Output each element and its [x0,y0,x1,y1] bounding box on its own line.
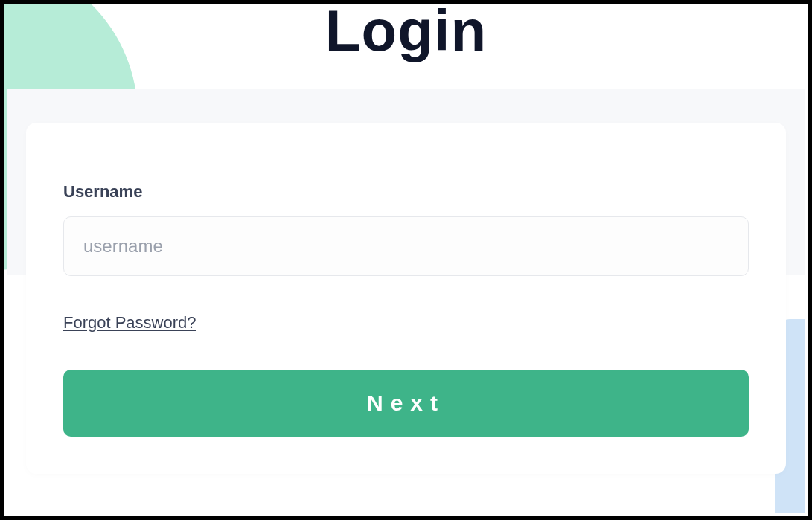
login-card: Username Forgot Password? Next [26,123,786,474]
login-screen: Login Username Forgot Password? Next [0,0,812,520]
username-input[interactable] [63,216,749,276]
forgot-password-link[interactable]: Forgot Password? [63,313,196,333]
page-title: Login [4,0,808,66]
username-label: Username [63,182,749,202]
next-button[interactable]: Next [63,370,749,437]
